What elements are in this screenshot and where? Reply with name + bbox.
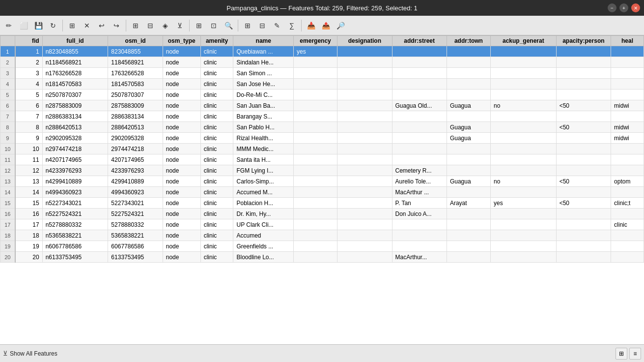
close-button[interactable]: ✕ [631, 3, 640, 12]
table-cell: 2974474218 [108, 144, 163, 154]
table-cell: 18 [15, 230, 43, 241]
table-cell: clinic [200, 100, 233, 111]
col-header-heal[interactable]: heal [611, 36, 644, 46]
undo-icon[interactable]: ↩ [95, 19, 109, 32]
table-row[interactable]: 1111n42071749654207174965nodeclinicSanta… [0, 154, 644, 165]
table-cell [294, 111, 337, 122]
calc-icon[interactable]: ∑ [285, 19, 299, 32]
table-cell [447, 209, 490, 219]
table-row[interactable]: 33n17632665281763266528nodeclinicSan Sim… [0, 68, 644, 79]
table-cell: 20 [15, 252, 43, 263]
col-header-amenity[interactable]: amenity [200, 36, 233, 46]
table-cell [491, 230, 557, 241]
zoom-in-icon[interactable]: 🔎 [334, 19, 347, 32]
col-header-fid[interactable]: fid [15, 36, 43, 46]
table-cell: <50 [556, 122, 611, 133]
table-row[interactable]: 1212n42339762934233976293nodeclinicFGM L… [0, 165, 644, 176]
filter-select-icon[interactable]: ⊻ [173, 19, 187, 32]
table-cell: n5227343021 [42, 198, 108, 209]
table-cell: San Juan Ba... [233, 100, 294, 111]
expand-icon[interactable]: ⊞ [65, 19, 79, 32]
new-feature-icon[interactable]: ⬜ [17, 19, 30, 32]
row-number-cell: 16 [0, 209, 15, 219]
pan-icon[interactable]: ⊡ [207, 19, 221, 32]
save-icon[interactable]: 💾 [31, 19, 45, 32]
table-row[interactable]: 1010n29744742182974474218nodeclinicMMM M… [0, 144, 644, 154]
table-cell [294, 144, 337, 154]
move-to-top-icon[interactable]: ⊞ [192, 19, 206, 32]
col-header-full-id[interactable]: full_id [42, 36, 108, 46]
col-header-capacity[interactable]: apacity:person [556, 36, 611, 46]
table-row[interactable]: 2020n61337534956133753495nodeclinicBlood… [0, 252, 644, 263]
table-cell [491, 219, 557, 230]
table-cell: FGM Lying I... [233, 165, 294, 176]
statusbar-list-icon[interactable]: ≡ [629, 348, 641, 360]
table-row[interactable]: 66n28758830092875883009nodeclinicSan Jua… [0, 100, 644, 111]
table-cell [392, 79, 447, 90]
table-row[interactable]: 1919n60677865866067786586nodeclinicGreen… [0, 241, 644, 252]
table-cell [294, 230, 337, 241]
col-header-addr-town[interactable]: addr:town [447, 36, 490, 46]
refresh-icon[interactable]: ↻ [46, 19, 60, 32]
table-cell: Poblacion H... [233, 198, 294, 209]
select-all-icon[interactable]: ⊞ [129, 19, 142, 32]
table-cell: clinic [200, 219, 233, 230]
table-cell: yes [294, 46, 337, 57]
table-cell: midwi [611, 100, 644, 111]
col-header-addr-street[interactable]: addr:street [392, 36, 447, 46]
invert-selection-icon[interactable]: ◈ [158, 19, 172, 32]
table-cell [294, 219, 337, 230]
show-all-features-button[interactable]: Show All Features [10, 350, 614, 357]
table-row[interactable]: 77n28863831342886383134nodeclinicBaranga… [0, 111, 644, 122]
table-cell [491, 252, 557, 263]
minimize-button[interactable]: − [608, 3, 616, 12]
table-row[interactable]: 44n18145705831814570583nodeclinicSan Jos… [0, 79, 644, 90]
edit-icon[interactable]: ✏ [2, 19, 16, 32]
col-header-emergency[interactable]: emergency [294, 36, 337, 46]
col-header-designation[interactable]: designation [337, 36, 392, 46]
table-cell [611, 144, 644, 154]
col-header-name[interactable]: name [233, 36, 294, 46]
zoom-feature-icon[interactable]: 🔍 [222, 19, 235, 32]
statusbar-table-icon[interactable]: ⊞ [616, 348, 627, 360]
col-header-osm-id[interactable]: osm_id [108, 36, 163, 46]
table-row[interactable]: 55n25078703072507870307nodeclinicDo-Re-M… [0, 90, 644, 100]
delete-icon[interactable]: ✕ [80, 19, 94, 32]
table-cell [392, 133, 447, 144]
select-none-icon[interactable]: ⊟ [143, 19, 157, 32]
table-row[interactable]: 1414n49943609234994360923nodeclinicAccum… [0, 187, 644, 198]
table-cell: n2875883009 [42, 100, 108, 111]
table-row[interactable]: 1818n53658382215365838221nodeclinicAccum… [0, 230, 644, 241]
table-cell [556, 90, 611, 100]
row-number-cell: 6 [0, 100, 15, 111]
table-row[interactable]: 1313n42994108894299410889nodeclinicCarlo… [0, 176, 644, 187]
table-row[interactable]: 1515n52273430215227343021nodeclinicPobla… [0, 198, 644, 209]
import-icon[interactable]: 📥 [304, 19, 318, 32]
table-row[interactable]: 11n823048855823048855nodeclinicQuebiawan… [0, 46, 644, 57]
table-row[interactable]: 99n29020953282902095328nodeclinicRizal H… [0, 133, 644, 144]
add-col-icon[interactable]: ⊞ [241, 19, 254, 32]
table-cell [611, 68, 644, 79]
row-number-cell: 13 [0, 176, 15, 187]
table-row[interactable]: 22n11845689211184568921nodeclinicSindala… [0, 57, 644, 68]
table-row[interactable]: 88n28864205132886420513nodeclinicSan Pab… [0, 122, 644, 133]
table-cell: Sindalan He... [233, 57, 294, 68]
table-cell: 4207174965 [108, 154, 163, 165]
table-row[interactable]: 1717n52788803325278880332nodeclinicUP Cl… [0, 219, 644, 230]
table-cell: n5365838221 [42, 230, 108, 241]
edit-col-icon[interactable]: ✎ [270, 19, 284, 32]
col-header-osm-type[interactable]: osm_type [163, 36, 200, 46]
table-cell [337, 144, 392, 154]
table-cell: 8 [15, 122, 43, 133]
table-cell [337, 79, 392, 90]
maximize-button[interactable]: + [619, 3, 628, 12]
table-row[interactable]: 1616n52275243215227524321nodeclinicDr. K… [0, 209, 644, 219]
export-icon[interactable]: 📤 [319, 19, 333, 32]
redo-icon[interactable]: ↪ [110, 19, 123, 32]
table-cell [447, 219, 490, 230]
delete-col-icon[interactable]: ⊟ [255, 19, 269, 32]
table-cell: Carlos-Simp... [233, 176, 294, 187]
table-cell [491, 68, 557, 79]
col-header-backup[interactable]: ackup_generat [491, 36, 557, 46]
table-container[interactable]: fid full_id osm_id osm_type amenity name… [0, 35, 644, 344]
